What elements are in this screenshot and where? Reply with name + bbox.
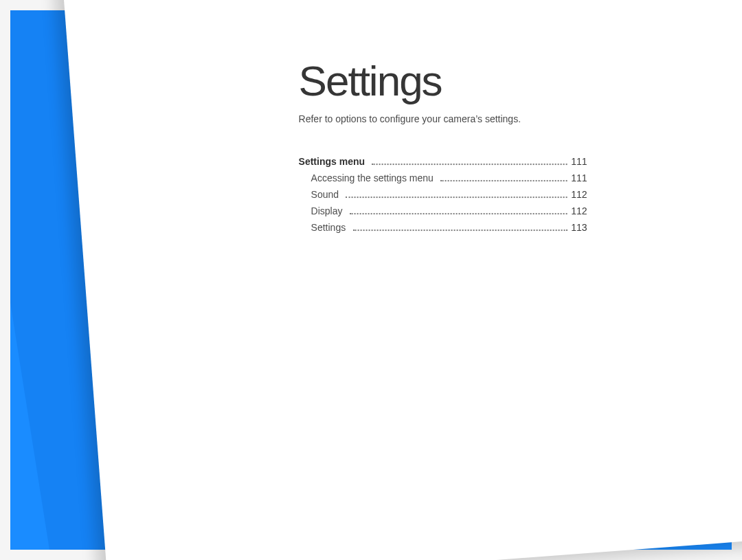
document-page: Settings Refer to options to configure y…: [62, 0, 742, 560]
toc-leader-dots: [372, 164, 567, 165]
toc-item-label: Sound: [299, 189, 339, 200]
toc-item-page: 112: [571, 205, 587, 216]
toc-item-label: Accessing the settings menu: [299, 172, 434, 183]
toc-leader-dots: [346, 197, 567, 198]
toc-item-label: Display: [299, 205, 343, 216]
toc-item-page: 112: [571, 189, 587, 200]
table-of-contents: Settings menu 111 Accessing the settings…: [299, 156, 587, 233]
toc-section-row[interactable]: Settings menu 111: [299, 156, 587, 167]
toc-item-label: Settings: [299, 222, 346, 233]
toc-item-row[interactable]: Sound 112: [299, 189, 587, 200]
toc-item-page: 111: [571, 172, 587, 183]
toc-item-row[interactable]: Accessing the settings menu 111: [299, 172, 587, 183]
toc-leader-dots: [349, 213, 567, 214]
page-title: Settings: [299, 56, 656, 105]
toc-leader-dots: [440, 180, 567, 181]
toc-leader-dots: [352, 229, 567, 231]
toc-item-page: 113: [571, 222, 587, 233]
toc-section-page: 111: [571, 156, 587, 167]
toc-section-label: Settings menu: [299, 156, 365, 167]
toc-item-row[interactable]: Settings 113: [299, 222, 587, 233]
page-subtitle: Refer to options to configure your camer…: [299, 113, 656, 124]
toc-item-row[interactable]: Display 112: [299, 205, 587, 216]
